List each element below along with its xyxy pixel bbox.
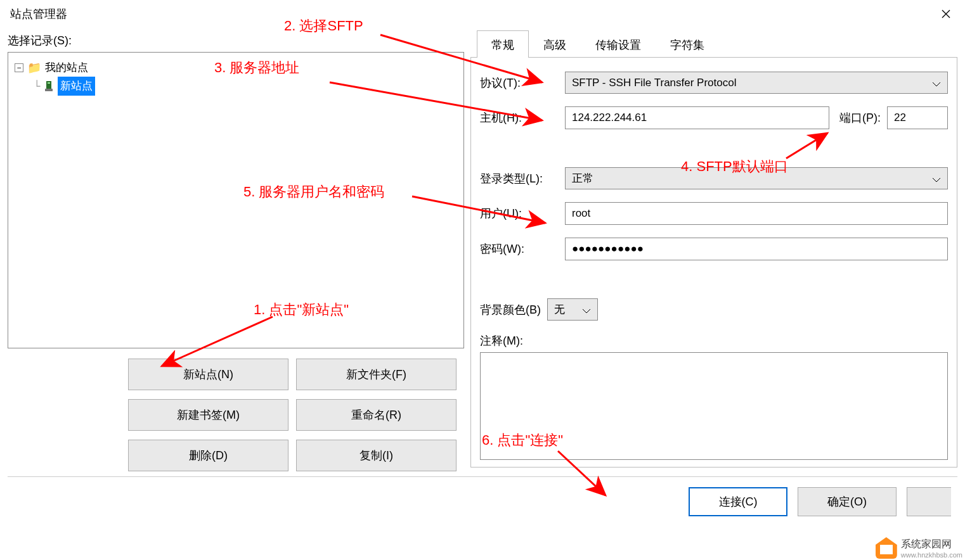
watermark-text-1: 系统家园网: [901, 538, 962, 551]
close-button[interactable]: [933, 4, 959, 23]
folder-icon: 📁: [27, 59, 41, 77]
host-input[interactable]: [565, 106, 829, 129]
tree-root-label: 我的站点: [45, 59, 88, 77]
rename-button[interactable]: 重命名(R): [296, 399, 457, 431]
bg-color-label: 背景颜色(B): [480, 302, 541, 317]
right-panel: 常规 高级 传输设置 字符集 协议(T): SFTP - SSH File Tr…: [470, 27, 957, 471]
site-tree[interactable]: − 📁 我的站点 └ 新站点: [8, 52, 464, 348]
password-label: 密码(W):: [480, 241, 559, 257]
server-icon: [44, 80, 54, 92]
watermark-text-2: www.hnzkhbsb.com: [901, 551, 962, 559]
left-panel: 选择记录(S): − 📁 我的站点 └ 新站点 新站点(N) 新文件夹(F) 新…: [8, 27, 464, 471]
watermark: 系统家园网 www.hnzkhbsb.com: [871, 535, 965, 560]
window-title: 站点管理器: [10, 6, 67, 22]
user-input[interactable]: [565, 202, 948, 225]
user-label: 用户(U):: [480, 206, 559, 221]
tab-charset[interactable]: 字符集: [656, 30, 719, 58]
port-input[interactable]: [887, 106, 948, 129]
tab-advanced[interactable]: 高级: [529, 30, 581, 58]
select-record-label: 选择记录(S):: [8, 33, 464, 48]
tree-root[interactable]: − 📁 我的站点: [15, 59, 457, 77]
tree-connector-icon: └: [34, 77, 40, 95]
close-icon: [941, 9, 951, 19]
password-input[interactable]: [565, 238, 948, 260]
new-site-button[interactable]: 新站点(N): [128, 359, 288, 390]
tree-item-new-site[interactable]: └ 新站点: [34, 77, 457, 96]
svg-rect-1: [48, 82, 50, 84]
port-label: 端口(P):: [839, 110, 881, 125]
new-folder-button[interactable]: 新文件夹(F): [296, 359, 457, 390]
host-label: 主机(H):: [480, 110, 559, 125]
delete-button[interactable]: 删除(D): [128, 440, 288, 471]
notes-label: 注释(M):: [480, 333, 523, 348]
protocol-label: 协议(T):: [480, 75, 559, 91]
new-bookmark-button[interactable]: 新建书签(M): [128, 399, 288, 431]
ok-button[interactable]: 确定(O): [798, 487, 897, 516]
tab-transfer[interactable]: 传输设置: [581, 30, 656, 58]
cancel-button-partial[interactable]: [907, 487, 951, 516]
logon-type-select[interactable]: 正常: [565, 167, 948, 189]
logon-type-label: 登录类型(L):: [480, 171, 559, 186]
copy-button[interactable]: 复制(I): [296, 440, 457, 471]
notes-textarea[interactable]: [480, 352, 948, 460]
svg-rect-2: [45, 89, 53, 91]
connect-button[interactable]: 连接(C): [689, 487, 787, 516]
protocol-select[interactable]: SFTP - SSH File Transfer Protocol: [565, 72, 948, 94]
bg-color-select[interactable]: 无: [547, 298, 598, 321]
watermark-icon: [876, 537, 897, 559]
collapse-icon[interactable]: −: [15, 63, 23, 72]
svg-rect-0: [46, 81, 51, 89]
tree-item-label: 新站点: [58, 77, 95, 96]
tab-general[interactable]: 常规: [477, 30, 529, 58]
